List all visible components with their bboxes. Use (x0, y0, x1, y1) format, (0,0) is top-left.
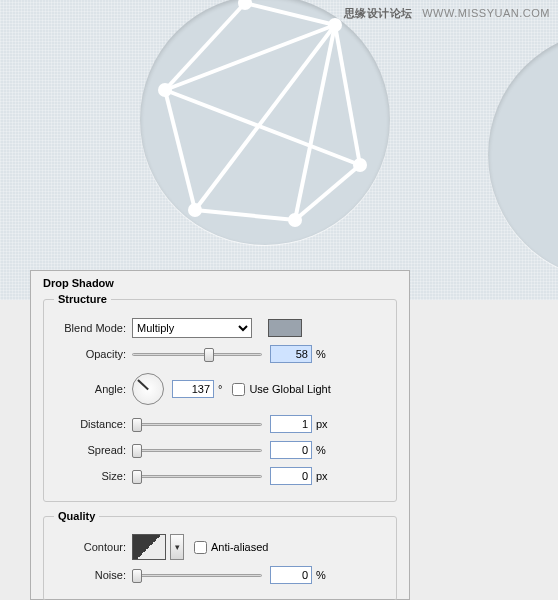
preview-network-icon (140, 0, 390, 245)
noise-input[interactable] (270, 566, 312, 584)
distance-input[interactable] (270, 415, 312, 433)
size-input[interactable] (270, 467, 312, 485)
blend-mode-label: Blend Mode: (54, 322, 126, 334)
svg-point-15 (188, 203, 202, 217)
svg-point-12 (158, 83, 172, 97)
svg-line-6 (165, 90, 360, 165)
spread-input[interactable] (270, 441, 312, 459)
opacity-input[interactable] (270, 345, 312, 363)
contour-dropdown-button[interactable]: ▾ (170, 534, 184, 560)
spread-slider[interactable] (132, 442, 262, 458)
quality-legend: Quality (54, 510, 99, 522)
anti-aliased-label: Anti-aliased (211, 541, 268, 553)
angle-input[interactable] (172, 380, 214, 398)
contour-label: Contour: (54, 541, 126, 553)
quality-group: Quality Contour: ▾ Anti-aliased Noise: % (43, 510, 397, 600)
size-slider[interactable] (132, 468, 262, 484)
noise-label: Noise: (54, 569, 126, 581)
distance-slider[interactable] (132, 416, 262, 432)
watermark-en: WWW.MISSYUAN.COM (422, 7, 550, 19)
blend-mode-select[interactable]: Multiply (132, 318, 252, 338)
opacity-unit: % (316, 348, 326, 360)
noise-unit: % (316, 569, 326, 581)
spread-unit: % (316, 444, 326, 456)
svg-point-13 (353, 158, 367, 172)
opacity-label: Opacity: (54, 348, 126, 360)
noise-slider[interactable] (132, 567, 262, 583)
panel-title: Drop Shadow (43, 277, 401, 289)
opacity-slider[interactable] (132, 346, 262, 362)
shadow-color-swatch[interactable] (268, 319, 302, 337)
angle-label: Angle: (54, 383, 126, 395)
anti-aliased-checkbox[interactable] (194, 541, 207, 554)
svg-line-4 (335, 25, 360, 165)
svg-point-14 (288, 213, 302, 227)
structure-group: Structure Blend Mode: Multiply Opacity: … (43, 293, 397, 502)
angle-unit: ° (218, 383, 222, 395)
preview-circle-partial (488, 30, 558, 280)
svg-line-0 (245, 3, 335, 25)
contour-preview[interactable] (132, 534, 166, 560)
global-light-checkbox[interactable] (232, 383, 245, 396)
global-light-label: Use Global Light (249, 383, 330, 395)
svg-line-1 (165, 3, 245, 90)
structure-legend: Structure (54, 293, 111, 305)
size-label: Size: (54, 470, 126, 482)
distance-label: Distance: (54, 418, 126, 430)
canvas-preview: 思缘设计论坛 WWW.MISSYUAN.COM (0, 0, 558, 300)
svg-line-8 (195, 210, 295, 220)
spread-label: Spread: (54, 444, 126, 456)
svg-line-7 (165, 90, 195, 210)
angle-dial[interactable] (132, 373, 164, 405)
size-unit: px (316, 470, 328, 482)
drop-shadow-panel: Drop Shadow Structure Blend Mode: Multip… (30, 270, 410, 600)
svg-point-11 (328, 18, 342, 32)
distance-unit: px (316, 418, 328, 430)
